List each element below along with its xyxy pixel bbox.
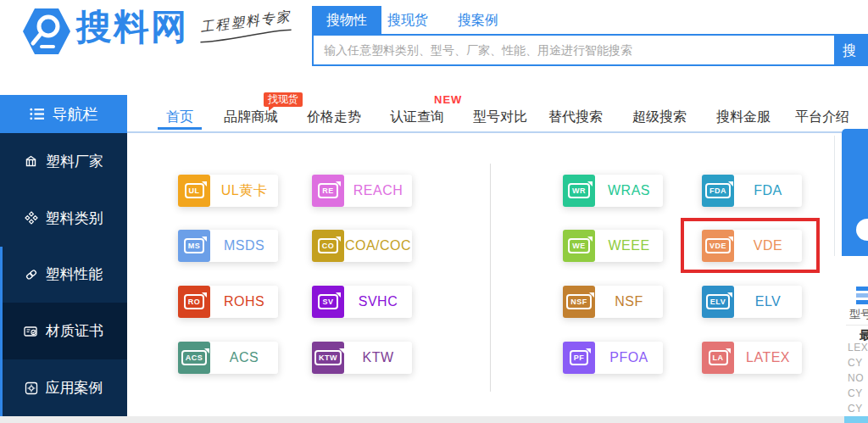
fda-doc-icon: FDA — [702, 175, 734, 207]
cert-card-ul-yellow-card[interactable]: UL UL黄卡 — [178, 175, 278, 207]
cert-label: FDA — [734, 175, 802, 207]
horizontal-scrollbar-track[interactable] — [0, 416, 868, 423]
content-vertical-divider — [490, 164, 491, 392]
model-list-item[interactable]: CY — [848, 357, 863, 369]
model-list-item[interactable]: CY — [848, 387, 863, 399]
vde-highlight-annotation — [681, 218, 820, 273]
nav-item-cert-query[interactable]: 认证查询 — [388, 107, 446, 127]
elv-doc-icon: ELV — [702, 286, 734, 318]
cert-card-msds[interactable]: MS MSDS — [178, 230, 278, 262]
cert-label: WEEE — [595, 230, 663, 262]
case-icon — [25, 381, 38, 395]
sidebar-item-application-case[interactable]: 应用案例 — [0, 359, 127, 416]
cert-label: UL黄卡 — [210, 175, 278, 207]
pfoa-doc-icon: PF — [563, 342, 595, 374]
cert-card-ktw[interactable]: KTW KTW — [312, 342, 412, 374]
cert-card-wras[interactable]: WR WRAS — [563, 175, 663, 207]
cert-label: WRAS — [595, 175, 663, 207]
reach-doc-icon: RE — [312, 175, 344, 207]
sidebar-scroll-indicator — [0, 247, 3, 416]
cert-card-acs[interactable]: ACS ACS — [178, 342, 278, 374]
performance-icon — [25, 268, 38, 281]
nav-item-platform-intro[interactable]: 平台介绍 — [793, 107, 851, 127]
latex-doc-icon: LA — [702, 342, 734, 374]
cert-label: SVHC — [344, 286, 412, 318]
right-panel-divider — [834, 136, 835, 256]
sidebar-item-plastic-property[interactable]: 塑料性能 — [0, 247, 127, 303]
find-stock-badge-tail — [269, 107, 274, 111]
cert-card-nsf[interactable]: NSF NSF — [563, 286, 663, 318]
search-tab-cases[interactable]: 搜案例 — [458, 6, 498, 34]
sidebar-item-plastic-category[interactable]: 塑料类别 — [0, 190, 127, 247]
certificate-icon — [24, 325, 38, 338]
cert-card-reach[interactable]: RE REACH — [312, 175, 412, 207]
find-stock-badge: 找现货 — [264, 92, 303, 107]
ktw-doc-icon: KTW — [312, 342, 344, 374]
brand-name[interactable]: 搜料网 — [76, 3, 188, 51]
cert-card-rohs[interactable]: RO ROHS — [178, 286, 278, 318]
cert-label: PFOA — [595, 342, 663, 374]
category-icon — [25, 211, 38, 225]
sidebar-item-label: 材质证书 — [46, 321, 103, 341]
search-button[interactable]: 搜 — [836, 34, 868, 66]
cert-card-latex[interactable]: LA LATEX — [702, 342, 802, 374]
nav-item-home[interactable]: 首页 — [158, 107, 202, 127]
smart-search-input[interactable] — [312, 34, 836, 66]
cert-label: COA/COC — [344, 230, 412, 262]
sidebar-item-label: 塑料性能 — [46, 264, 103, 284]
nav-item-price-trend[interactable]: 价格走势 — [305, 107, 363, 127]
right-panel-model-label: 型号 — [849, 307, 868, 322]
nav-active-underline — [158, 127, 202, 130]
nav-item-model-compare[interactable]: 型号对比 — [471, 107, 529, 127]
nav-bottom-divider — [127, 131, 842, 133]
cert-label: ACS — [210, 342, 278, 374]
cert-card-weee[interactable]: WE WEEE — [563, 230, 663, 262]
cert-label: ELV — [734, 286, 802, 318]
new-badge: NEW — [434, 93, 462, 106]
menu-bars-icon — [856, 287, 868, 291]
factory-icon — [24, 154, 38, 168]
nav-item-souliao-finance[interactable]: 搜料金服 — [715, 107, 772, 127]
horizontal-scrollbar-thumb[interactable] — [844, 416, 868, 423]
sidebar-header[interactable]: 导航栏 — [0, 95, 127, 133]
cert-card-fda[interactable]: FDA FDA — [702, 175, 802, 207]
sidebar-item-label: 应用案例 — [46, 378, 103, 398]
cert-card-svhc[interactable]: SV SVHC — [312, 286, 412, 318]
cert-card-coa-coc[interactable]: CO COA/COC — [312, 230, 412, 262]
page: 搜料网 工程塑料专家 搜物性 搜现货 搜案例 搜 导航栏 首页 品牌商城 价格走… — [0, 0, 868, 423]
cert-label: MSDS — [210, 230, 278, 262]
sidebar-item-material-certificate[interactable]: 材质证书 — [0, 303, 127, 359]
right-panel-section-divider — [846, 325, 868, 326]
acs-doc-icon: ACS — [178, 342, 210, 374]
svhc-doc-icon: SV — [312, 286, 344, 318]
cert-label: KTW — [344, 342, 412, 374]
cert-label: ROHS — [210, 286, 278, 318]
cert-card-pfoa[interactable]: PF PFOA — [563, 342, 663, 374]
sidebar-item-label: 塑料类别 — [46, 209, 103, 228]
model-list-item[interactable]: LEX — [848, 342, 868, 353]
nav-item-alternative-search[interactable]: 替代搜索 — [547, 107, 604, 127]
sidebar-item-plastic-manufacturer[interactable]: 塑料厂家 — [0, 133, 127, 190]
model-list-item[interactable]: NO — [848, 372, 864, 384]
sidebar-title: 导航栏 — [53, 104, 98, 125]
ul-doc-icon: UL — [178, 175, 210, 207]
nav-item-super-search[interactable]: 超级搜索 — [631, 107, 688, 127]
list-icon — [30, 108, 45, 120]
wras-doc-icon: WR — [563, 175, 595, 207]
sidebar-menu: 塑料厂家 塑料类别 塑料性能 材 — [0, 133, 127, 416]
cert-label: REACH — [344, 175, 412, 207]
coa-doc-icon: CO — [312, 230, 344, 262]
cert-card-elv[interactable]: ELV ELV — [702, 286, 802, 318]
cert-label: NSF — [595, 286, 663, 318]
menu-bars-icon — [856, 293, 868, 298]
brand-logo-hexagon-magnifier-icon[interactable] — [20, 5, 73, 58]
nsf-doc-icon: NSF — [563, 286, 595, 318]
model-list-item[interactable]: CY — [848, 403, 863, 415]
menu-bars-icon — [856, 300, 868, 304]
search-tab-stock[interactable]: 搜现货 — [387, 6, 428, 34]
rohs-doc-icon: RO — [178, 286, 210, 318]
msds-doc-icon: MS — [178, 230, 210, 262]
weee-doc-icon: WE — [563, 230, 595, 262]
search-tab-properties[interactable]: 搜物性 — [312, 6, 381, 34]
sidebar-item-label: 塑料厂家 — [46, 152, 103, 171]
